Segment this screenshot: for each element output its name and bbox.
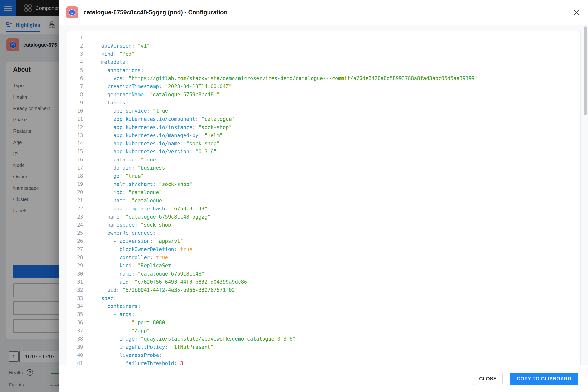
code-line: 16 catalog: "true" — [67, 156, 580, 164]
configuration-modal: catalogue-6759c8cc48-5ggzg (pod) - Confi… — [59, 0, 588, 392]
code-line: 7 creationTimestamp: "2023-04-13T14:00:0… — [67, 83, 580, 91]
code-line: 2 apiVersion: "v1" — [67, 42, 580, 50]
code-line: 30 name: "catalogue-6759c8cc48" — [67, 270, 580, 278]
line-number: 24 — [67, 221, 83, 229]
code-line: 8 generateName: "catalogue-6759c8cc48-" — [67, 91, 580, 99]
modal-title: catalogue-6759c8cc48-5ggzg (pod) - Confi… — [83, 0, 228, 25]
line-number: 2 — [67, 42, 83, 50]
line-number: 9 — [67, 99, 83, 107]
code-line: 41 failureThreshold: 3 — [67, 360, 580, 365]
line-number: 32 — [67, 286, 83, 294]
code-line: 23 name: "catalogue-6759c8cc48-5ggzg" — [67, 213, 580, 221]
code-line: 15 app.kubernetes.io/version: "0.3.6" — [67, 148, 580, 156]
line-number: 12 — [67, 124, 83, 132]
yaml-configuration-viewer: 1---2 apiVersion: "v1"3 kind: "Pod"4 met… — [66, 31, 580, 365]
code-line: 38 image: "quay.io/stackstate/weaveworks… — [67, 335, 580, 343]
line-number: 16 — [67, 156, 83, 164]
code-text: kind: "ReplicaSet" — [83, 262, 174, 270]
line-number: 35 — [67, 310, 83, 319]
code-text: - "-port=8080" — [83, 319, 168, 327]
code-text: blockOwnerDeletion: true — [83, 246, 192, 254]
line-number: 27 — [67, 246, 83, 254]
code-line: 12 app.kubernetes.io/instance: "sock-sho… — [67, 124, 580, 132]
close-icon[interactable] — [573, 9, 580, 16]
code-text: - args: — [83, 310, 134, 319]
modal-footer: CLOSE COPY TO CLIPBOARD — [59, 365, 588, 392]
code-text: - "/app" — [83, 327, 150, 335]
line-number: 14 — [67, 140, 83, 148]
code-line: 9 labels: — [67, 99, 580, 107]
code-text: metadata: — [83, 58, 128, 66]
line-number: 38 — [67, 335, 83, 343]
line-number: 28 — [67, 254, 83, 262]
code-line: 5 annotations: — [67, 66, 580, 75]
code-text: catalog: "true" — [83, 156, 159, 164]
code-line: 27 blockOwnerDeletion: true — [67, 246, 580, 254]
vertical-scrollbar-thumb[interactable] — [584, 26, 586, 115]
modal-header: catalogue-6759c8cc48-5ggzg (pod) - Confi… — [59, 0, 588, 25]
code-text: vcs: "https://gitlab.com/stackvista/demo… — [83, 74, 478, 83]
line-number: 10 — [67, 107, 83, 115]
line-number: 22 — [67, 205, 83, 213]
code-text: job: "catalogue" — [83, 188, 162, 197]
line-number: 36 — [67, 319, 83, 327]
code-text: name: "catalogue-6759c8cc48-5ggzg" — [83, 213, 210, 221]
line-number: 11 — [67, 115, 83, 124]
code-text: - apiVersion: "apps/v1" — [83, 237, 183, 246]
code-text: app.kubernetes.io/version: "0.3.6" — [83, 148, 217, 156]
code-line: 10 api_service: "true" — [67, 107, 580, 115]
code-line: 4 metadata: — [67, 58, 580, 66]
code-lines: 1---2 apiVersion: "v1"3 kind: "Pod"4 met… — [67, 34, 580, 365]
line-number: 29 — [67, 262, 83, 270]
copy-to-clipboard-button[interactable]: COPY TO CLIPBOARD — [510, 372, 578, 385]
line-number: 7 — [67, 83, 83, 91]
line-number: 18 — [67, 172, 83, 180]
line-number: 20 — [67, 188, 83, 197]
code-line: 35 - args: — [67, 310, 580, 319]
code-text: app.kubernetes.io/name: "sock-shop" — [83, 140, 220, 148]
code-line: 6 vcs: "https://gitlab.com/stackvista/de… — [67, 74, 580, 83]
line-number: 8 — [67, 91, 83, 99]
code-text: ownerReferences: — [83, 229, 156, 237]
line-number: 3 — [67, 50, 83, 58]
line-number: 19 — [67, 180, 83, 188]
code-text: spec: — [83, 294, 116, 303]
line-number: 21 — [67, 197, 83, 205]
code-text: containers: — [83, 302, 141, 310]
code-line: 11 app.kubernetes.io/component: "catalog… — [67, 115, 580, 124]
line-number: 34 — [67, 302, 83, 310]
code-text: livenessProbe: — [83, 352, 162, 360]
code-line: 31 uid: "e7620f56-6493-44f3-b832-d04399a… — [67, 278, 580, 286]
line-number: 23 — [67, 213, 83, 221]
code-text: failureThreshold: 3 — [83, 360, 183, 365]
line-number: 6 — [67, 74, 83, 83]
code-text: go: "true" — [83, 172, 144, 180]
code-line: 29 kind: "ReplicaSet" — [67, 262, 580, 270]
code-line: 40 livenessProbe: — [67, 352, 580, 360]
code-text: helm.sh/chart: "sock-shop" — [83, 180, 192, 188]
line-number: 13 — [67, 132, 83, 140]
code-text: labels: — [83, 99, 128, 107]
close-button[interactable]: CLOSE — [473, 372, 503, 385]
code-line: 24 namespace: "sock-shop" — [67, 221, 580, 229]
code-text: uid: "572b0041-44f2-4e35-b966-389767571f… — [83, 286, 238, 294]
code-line: 19 helm.sh/chart: "sock-shop" — [67, 180, 580, 188]
code-line: 17 domain: "business" — [67, 164, 580, 172]
code-line: 36 - "-port=8080" — [67, 319, 580, 327]
line-number: 31 — [67, 278, 83, 286]
code-text: app.kubernetes.io/managed-by: "Helm" — [83, 132, 223, 140]
code-line: 32 uid: "572b0041-44f2-4e35-b966-3897675… — [67, 286, 580, 294]
code-text: name: "catalogue-6759c8cc48" — [83, 270, 204, 278]
code-text: imagePullPolicy: "IfNotPresent" — [83, 343, 214, 352]
line-number: 17 — [67, 164, 83, 172]
code-line: 22 pod-template-hash: "6759c8cc48" — [67, 205, 580, 213]
code-line: 39 imagePullPolicy: "IfNotPresent" — [67, 343, 580, 352]
code-text: namespace: "sock-shop" — [83, 221, 174, 229]
line-number: 37 — [67, 327, 83, 335]
line-number: 39 — [67, 343, 83, 352]
code-text: image: "quay.io/stackstate/weaveworksdem… — [83, 335, 296, 343]
code-text: name: "catalogue" — [83, 197, 165, 205]
code-line: 14 app.kubernetes.io/name: "sock-shop" — [67, 140, 580, 148]
code-line: 26 - apiVersion: "apps/v1" — [67, 237, 580, 246]
line-number: 40 — [67, 352, 83, 360]
